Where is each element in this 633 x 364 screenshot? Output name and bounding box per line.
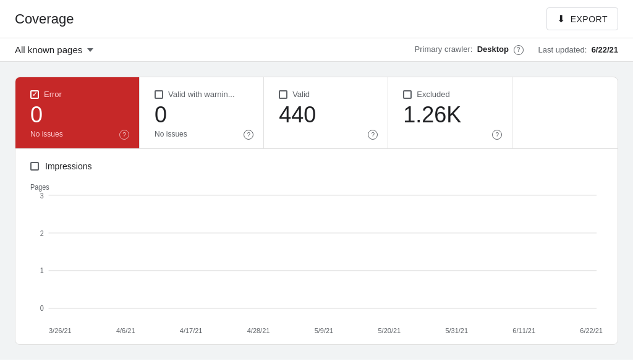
tile-excluded[interactable]: Excluded 1.26K ? (388, 77, 512, 148)
tile-error-count: 0 (30, 104, 124, 126)
x-label-2: 4/6/21 (116, 327, 135, 334)
crawler-value: Desktop (477, 44, 509, 54)
header: Coverage ⬇ EXPORT (0, 0, 633, 38)
tile-warning-sub: No issues (155, 130, 249, 138)
tile-excluded-header: Excluded (403, 90, 497, 99)
crawler-info: Primary crawler: Desktop ? (415, 44, 524, 55)
status-tiles: Error 0 No issues ? Valid with warnin...… (15, 77, 618, 149)
tile-valid-label: Valid (292, 90, 310, 99)
x-label-3: 4/17/21 (180, 327, 203, 334)
tile-error-help-icon[interactable]: ? (119, 130, 129, 140)
tile-warning-checkbox (155, 90, 163, 99)
chart-title: Impressions (45, 161, 91, 171)
svg-text:0: 0 (40, 304, 44, 313)
tile-error[interactable]: Error 0 No issues ? (15, 77, 140, 148)
app-container: Coverage ⬇ EXPORT All known pages Primar… (0, 0, 633, 364)
chart-header: Impressions (30, 161, 603, 171)
tile-error-sub: No issues (30, 130, 124, 138)
tile-excluded-label: Excluded (417, 90, 449, 99)
tile-valid-header: Valid (279, 90, 373, 99)
svg-text:2: 2 (40, 229, 44, 237)
chart-svg: Pages 3 2 1 0 (30, 181, 603, 323)
tile-empty (512, 77, 618, 148)
page-title: Coverage (15, 11, 74, 27)
tile-warning-help-icon[interactable]: ? (244, 130, 253, 140)
toolbar-right: Primary crawler: Desktop ? Last updated:… (415, 44, 618, 55)
svg-text:Pages: Pages (30, 182, 49, 191)
export-button[interactable]: ⬇ EXPORT (546, 7, 618, 30)
x-label-4: 4/28/21 (247, 327, 270, 334)
chart-section: Impressions Pages 3 2 (15, 149, 618, 344)
tile-warning-header: Valid with warnin... (155, 90, 249, 99)
tile-error-label: Error (44, 90, 62, 99)
x-label-9: 6/22/21 (580, 327, 603, 334)
svg-text:3: 3 (40, 191, 44, 200)
export-label: EXPORT (571, 14, 608, 24)
x-label-8: 6/11/21 (512, 327, 535, 334)
download-icon: ⬇ (557, 13, 566, 25)
crawler-help-icon[interactable]: ? (514, 45, 524, 55)
tile-error-checkbox (30, 90, 39, 99)
coverage-card: Error 0 No issues ? Valid with warnin...… (15, 77, 618, 345)
tile-warning-label: Valid with warnin... (168, 90, 234, 99)
chart-legend-box (30, 162, 39, 171)
updated-info: Last updated: 6/22/21 (538, 45, 618, 54)
tile-warning[interactable]: Valid with warnin... 0 No issues ? (140, 77, 264, 148)
dropdown-arrow-icon (87, 48, 93, 52)
tile-warning-count: 0 (155, 104, 249, 126)
tile-error-header: Error (30, 90, 124, 99)
main-content: Error 0 No issues ? Valid with warnin...… (0, 62, 633, 360)
pages-selector-label: All known pages (15, 44, 82, 55)
tile-excluded-help-icon[interactable]: ? (492, 130, 502, 140)
tile-excluded-count: 1.26K (403, 104, 497, 126)
pages-selector[interactable]: All known pages (15, 44, 93, 55)
tile-excluded-checkbox (403, 90, 412, 99)
tile-valid[interactable]: Valid 440 ? (264, 77, 388, 148)
crawler-label: Primary crawler: (415, 44, 473, 54)
x-label-6: 5/20/21 (378, 327, 401, 334)
x-label-7: 5/31/21 (445, 327, 468, 334)
tile-valid-checkbox (279, 90, 287, 99)
toolbar: All known pages Primary crawler: Desktop… (0, 38, 633, 62)
x-label-5: 5/9/21 (315, 327, 334, 334)
tile-valid-count: 440 (279, 104, 373, 126)
chart-x-labels: 3/26/21 4/6/21 4/17/21 4/28/21 5/9/21 5/… (30, 323, 603, 344)
chart-area: Pages 3 2 1 0 (30, 181, 603, 323)
tile-valid-help-icon[interactable]: ? (368, 130, 378, 140)
updated-value: 6/22/21 (592, 45, 618, 54)
updated-label: Last updated: (538, 45, 587, 54)
svg-text:1: 1 (40, 266, 44, 275)
x-label-1: 3/26/21 (49, 327, 72, 334)
